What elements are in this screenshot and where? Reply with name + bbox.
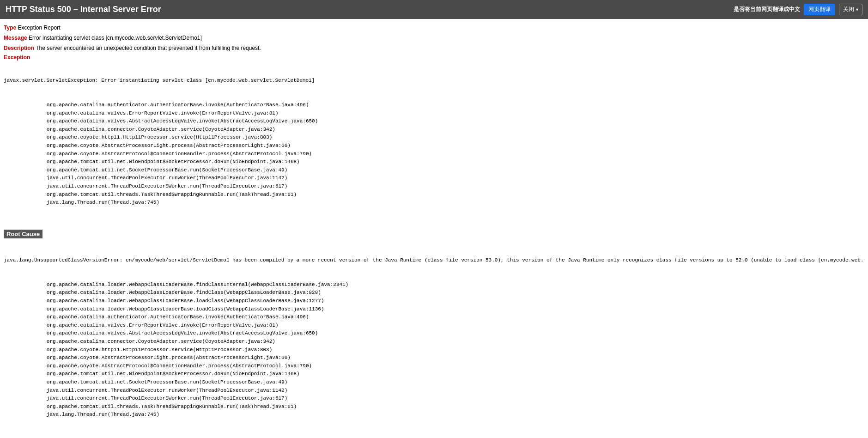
stack-line: org.apache.tomcat.util.threads.TaskThrea… xyxy=(4,191,864,199)
stack-line: org.apache.catalina.valves.AbstractAcces… xyxy=(4,329,864,338)
stack-line: org.apache.catalina.loader.WebappClassLo… xyxy=(4,305,864,314)
stack-line: org.apache.catalina.valves.AbstractAcces… xyxy=(4,117,864,126)
stack-line: java.lang.Thread.run(Thread.java:745) xyxy=(4,411,864,419)
root-cause-header: Root Cause xyxy=(4,230,42,238)
stack-line: org.apache.catalina.connector.CoyoteAdap… xyxy=(4,338,864,346)
error-content: Type Exception Report Message Error inst… xyxy=(0,19,868,438)
stack-line: org.apache.coyote.AbstractProtocol$Conne… xyxy=(4,362,864,371)
stack-line: org.apache.coyote.AbstractProcessorLight… xyxy=(4,142,864,150)
stack-line: org.apache.tomcat.util.net.NioEndpoint$S… xyxy=(4,370,864,378)
root-cause-main-line: java.lang.UnsupportedClassVersionError: … xyxy=(4,256,864,265)
stack-line: org.apache.coyote.http11.Http11Processor… xyxy=(4,134,864,142)
root-cause-section: Root Cause java.lang.UnsupportedClassVer… xyxy=(4,227,864,435)
stack-line: org.apache.tomcat.util.net.SocketProcess… xyxy=(4,378,864,387)
title-bar: HTTP Status 500 – Internal Server Error … xyxy=(0,0,868,19)
root-cause-stack-trace: java.lang.UnsupportedClassVersionError: … xyxy=(4,240,864,435)
exception-header: Exception xyxy=(4,54,864,61)
stack-line: org.apache.catalina.valves.ErrorReportVa… xyxy=(4,110,864,118)
root-cause-stack-lines: org.apache.catalina.loader.WebappClassLo… xyxy=(4,281,864,419)
translate-button[interactable]: 网页翻译 xyxy=(804,4,835,15)
stack-line: org.apache.coyote.AbstractProtocol$Conne… xyxy=(4,150,864,158)
stack-line: org.apache.catalina.loader.WebappClassLo… xyxy=(4,289,864,297)
exception-section: Exception javax.servlet.ServletException… xyxy=(4,54,864,223)
root-cause-header-wrapper: Root Cause xyxy=(4,227,864,240)
page-title: HTTP Status 500 – Internal Server Error xyxy=(6,5,161,14)
stack-line: org.apache.catalina.loader.WebappClassLo… xyxy=(4,297,864,305)
stack-line: org.apache.coyote.AbstractProcessorLight… xyxy=(4,354,864,362)
exception-label: Exception xyxy=(4,54,30,61)
message-label: Message xyxy=(4,35,27,41)
exception-stack-trace: javax.servlet.ServletException: Error in… xyxy=(4,61,864,223)
close-button-label: 关闭 xyxy=(843,6,854,13)
stack-line: org.apache.tomcat.util.threads.TaskThrea… xyxy=(4,403,864,411)
stack-line: org.apache.tomcat.util.net.NioEndpoint$S… xyxy=(4,158,864,166)
description-value-text: The server encountered an unexpected con… xyxy=(36,45,261,51)
exception-stack-lines: org.apache.catalina.authenticator.Authen… xyxy=(4,101,864,207)
type-line: Type Exception Report xyxy=(4,24,864,32)
message-line: Message Error instantiating servlet clas… xyxy=(4,34,864,42)
description-label: Description xyxy=(4,45,34,51)
stack-line: org.apache.catalina.authenticator.Authen… xyxy=(4,313,864,322)
stack-line: java.util.concurrent.ThreadPoolExecutor$… xyxy=(4,182,864,191)
stack-line: java.util.concurrent.ThreadPoolExecutor$… xyxy=(4,395,864,403)
close-button[interactable]: 关闭 ▾ xyxy=(839,4,862,15)
translate-prompt: 是否将当前网页翻译成中文 xyxy=(734,6,800,13)
exception-main-line: javax.servlet.ServletException: Error in… xyxy=(4,77,864,85)
stack-line: org.apache.catalina.authenticator.Authen… xyxy=(4,101,864,110)
description-line: Description The server encountered an un… xyxy=(4,44,864,52)
stack-line: java.util.concurrent.ThreadPoolExecutor.… xyxy=(4,174,864,182)
stack-line: java.lang.Thread.run(Thread.java:745) xyxy=(4,199,864,207)
type-label: Type xyxy=(4,24,16,31)
translate-bar: 是否将当前网页翻译成中文 网页翻译 关闭 ▾ xyxy=(734,4,862,15)
type-value-text: Exception Report xyxy=(18,24,60,31)
stack-line: org.apache.catalina.connector.CoyoteAdap… xyxy=(4,126,864,134)
stack-line: org.apache.catalina.loader.WebappClassLo… xyxy=(4,281,864,289)
stack-line: org.apache.catalina.valves.ErrorReportVa… xyxy=(4,322,864,330)
stack-line: java.util.concurrent.ThreadPoolExecutor.… xyxy=(4,387,864,395)
chevron-down-icon: ▾ xyxy=(856,7,858,12)
message-value-text: Error instantiating servlet class [cn.my… xyxy=(29,35,202,41)
stack-line: org.apache.coyote.http11.Http11Processor… xyxy=(4,346,864,354)
stack-line: org.apache.tomcat.util.net.SocketProcess… xyxy=(4,166,864,175)
